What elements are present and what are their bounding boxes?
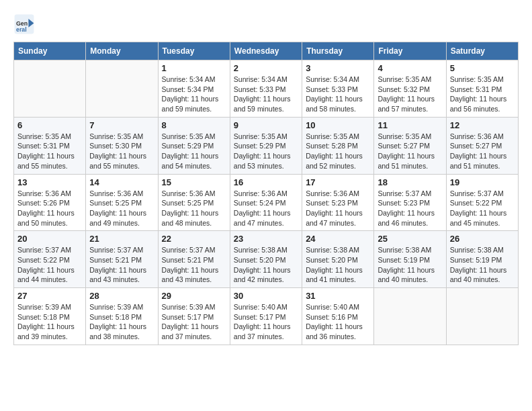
day-number: 3 [306,63,370,73]
calendar-cell: 15Sunrise: 5:36 AMSunset: 5:25 PMDayligh… [158,174,230,231]
day-info: Sunrise: 5:34 AMSunset: 5:33 PMDaylight:… [234,75,298,114]
day-info: Sunrise: 5:35 AMSunset: 5:28 PMDaylight:… [306,132,370,171]
calendar-cell: 30Sunrise: 5:40 AMSunset: 5:17 PMDayligh… [230,288,302,345]
day-info: Sunrise: 5:38 AMSunset: 5:20 PMDaylight:… [306,245,370,285]
day-number: 13 [17,177,82,187]
calendar-week-4: 20Sunrise: 5:37 AMSunset: 5:22 PMDayligh… [14,231,519,288]
day-number: 17 [306,177,370,187]
calendar-cell: 22Sunrise: 5:37 AMSunset: 5:21 PMDayligh… [158,231,230,288]
calendar-cell: 9Sunrise: 5:35 AMSunset: 5:29 PMDaylight… [230,117,302,174]
calendar-cell: 14Sunrise: 5:36 AMSunset: 5:25 PMDayligh… [86,174,158,231]
day-number: 19 [450,177,515,187]
day-number: 5 [450,63,515,73]
calendar-cell: 18Sunrise: 5:37 AMSunset: 5:23 PMDayligh… [374,174,446,231]
day-info: Sunrise: 5:34 AMSunset: 5:33 PMDaylight:… [306,75,370,114]
day-info: Sunrise: 5:35 AMSunset: 5:27 PMDaylight:… [378,132,442,171]
day-info: Sunrise: 5:38 AMSunset: 5:20 PMDaylight:… [234,245,298,285]
calendar-week-2: 6Sunrise: 5:35 AMSunset: 5:31 PMDaylight… [14,117,519,174]
day-number: 30 [234,291,298,301]
day-number: 6 [17,120,82,130]
day-info: Sunrise: 5:39 AMSunset: 5:18 PMDaylight:… [89,302,154,342]
day-info: Sunrise: 5:36 AMSunset: 5:25 PMDaylight:… [162,189,226,228]
day-number: 14 [89,177,154,187]
weekday-header-wednesday: Wednesday [230,42,302,60]
day-info: Sunrise: 5:37 AMSunset: 5:22 PMDaylight:… [450,189,515,228]
day-number: 12 [450,120,515,130]
day-number: 29 [162,291,226,301]
day-number: 27 [17,291,82,301]
logo-icon: Gen eral [13,13,35,35]
day-number: 7 [89,120,154,130]
day-number: 18 [378,177,442,187]
day-number: 1 [162,63,226,73]
day-info: Sunrise: 5:40 AMSunset: 5:17 PMDaylight:… [234,302,298,342]
calendar-cell: 12Sunrise: 5:36 AMSunset: 5:27 PMDayligh… [446,117,518,174]
calendar-cell: 28Sunrise: 5:39 AMSunset: 5:18 PMDayligh… [86,288,158,345]
day-info: Sunrise: 5:37 AMSunset: 5:23 PMDaylight:… [378,189,442,228]
weekday-header-sunday: Sunday [14,42,86,60]
calendar-cell [86,60,158,118]
day-info: Sunrise: 5:36 AMSunset: 5:25 PMDaylight:… [89,189,154,228]
calendar-cell: 1Sunrise: 5:34 AMSunset: 5:34 PMDaylight… [158,60,230,118]
day-number: 31 [306,291,370,301]
weekday-header-thursday: Thursday [302,42,374,60]
calendar-cell: 31Sunrise: 5:40 AMSunset: 5:16 PMDayligh… [302,288,374,345]
day-info: Sunrise: 5:36 AMSunset: 5:23 PMDaylight:… [306,189,370,228]
calendar-cell: 25Sunrise: 5:38 AMSunset: 5:19 PMDayligh… [374,231,446,288]
calendar-week-1: 1Sunrise: 5:34 AMSunset: 5:34 PMDaylight… [14,60,519,118]
svg-text:eral: eral [16,26,27,33]
calendar-cell: 6Sunrise: 5:35 AMSunset: 5:31 PMDaylight… [14,117,86,174]
calendar-cell: 10Sunrise: 5:35 AMSunset: 5:28 PMDayligh… [302,117,374,174]
weekday-header-monday: Monday [86,42,158,60]
calendar-cell: 17Sunrise: 5:36 AMSunset: 5:23 PMDayligh… [302,174,374,231]
day-info: Sunrise: 5:38 AMSunset: 5:19 PMDaylight:… [378,245,442,285]
calendar-cell: 19Sunrise: 5:37 AMSunset: 5:22 PMDayligh… [446,174,518,231]
day-info: Sunrise: 5:35 AMSunset: 5:31 PMDaylight:… [450,75,515,114]
calendar-cell: 21Sunrise: 5:37 AMSunset: 5:21 PMDayligh… [86,231,158,288]
day-info: Sunrise: 5:37 AMSunset: 5:22 PMDaylight:… [17,245,82,285]
calendar-cell: 24Sunrise: 5:38 AMSunset: 5:20 PMDayligh… [302,231,374,288]
calendar-cell [446,288,518,345]
calendar-cell: 29Sunrise: 5:39 AMSunset: 5:17 PMDayligh… [158,288,230,345]
page-header: Gen eral [13,13,519,35]
day-info: Sunrise: 5:37 AMSunset: 5:21 PMDaylight:… [89,245,154,285]
day-info: Sunrise: 5:36 AMSunset: 5:26 PMDaylight:… [17,189,82,228]
calendar-cell: 23Sunrise: 5:38 AMSunset: 5:20 PMDayligh… [230,231,302,288]
day-info: Sunrise: 5:36 AMSunset: 5:27 PMDaylight:… [450,132,515,171]
day-info: Sunrise: 5:35 AMSunset: 5:29 PMDaylight:… [234,132,298,171]
weekday-header-saturday: Saturday [446,42,518,60]
day-number: 21 [89,234,154,244]
calendar-cell [374,288,446,345]
calendar-cell [14,60,86,118]
day-number: 8 [162,120,226,130]
day-number: 15 [162,177,226,187]
day-number: 10 [306,120,370,130]
day-number: 16 [234,177,298,187]
calendar-cell: 7Sunrise: 5:35 AMSunset: 5:30 PMDaylight… [86,117,158,174]
day-info: Sunrise: 5:35 AMSunset: 5:30 PMDaylight:… [89,132,154,171]
day-info: Sunrise: 5:38 AMSunset: 5:19 PMDaylight:… [450,245,515,285]
calendar-week-5: 27Sunrise: 5:39 AMSunset: 5:18 PMDayligh… [14,288,519,345]
day-number: 9 [234,120,298,130]
day-info: Sunrise: 5:37 AMSunset: 5:21 PMDaylight:… [162,245,226,285]
calendar-table: SundayMondayTuesdayWednesdayThursdayFrid… [13,42,519,345]
day-info: Sunrise: 5:35 AMSunset: 5:31 PMDaylight:… [17,132,82,171]
calendar-cell: 2Sunrise: 5:34 AMSunset: 5:33 PMDaylight… [230,60,302,118]
day-info: Sunrise: 5:40 AMSunset: 5:16 PMDaylight:… [306,302,370,342]
day-number: 26 [450,234,515,244]
day-number: 11 [378,120,442,130]
svg-text:Gen: Gen [16,20,28,27]
weekday-header-tuesday: Tuesday [158,42,230,60]
logo: Gen eral [13,13,38,35]
calendar-cell: 3Sunrise: 5:34 AMSunset: 5:33 PMDaylight… [302,60,374,118]
calendar-cell: 5Sunrise: 5:35 AMSunset: 5:31 PMDaylight… [446,60,518,118]
day-number: 23 [234,234,298,244]
day-info: Sunrise: 5:34 AMSunset: 5:34 PMDaylight:… [162,75,226,114]
day-number: 22 [162,234,226,244]
day-info: Sunrise: 5:39 AMSunset: 5:18 PMDaylight:… [17,302,82,342]
weekday-header-friday: Friday [374,42,446,60]
day-number: 28 [89,291,154,301]
day-number: 2 [234,63,298,73]
day-number: 20 [17,234,82,244]
day-number: 25 [378,234,442,244]
